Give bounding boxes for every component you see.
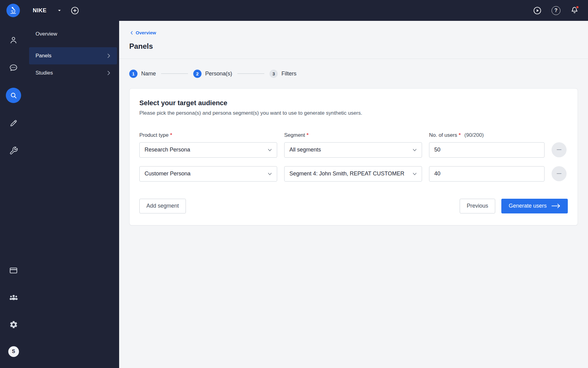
tools-wrench-icon[interactable] bbox=[0, 137, 27, 164]
microscope-icon bbox=[9, 6, 17, 14]
step-3-circle: 3 bbox=[270, 70, 278, 78]
target-audience-card: Select your target audience Please pick … bbox=[129, 88, 578, 225]
users-count-input[interactable] bbox=[429, 142, 545, 158]
chevron-right-icon bbox=[105, 70, 112, 76]
previous-button[interactable]: Previous bbox=[460, 199, 495, 213]
remove-row-button[interactable]: – bbox=[552, 142, 567, 157]
breadcrumb-label: Overview bbox=[136, 30, 156, 35]
breadcrumb-back-link[interactable]: Overview bbox=[129, 30, 156, 35]
settings-gear-icon[interactable] bbox=[0, 311, 27, 338]
users-quota: (90/200) bbox=[464, 132, 484, 138]
step-personas[interactable]: 2 Persona(s) bbox=[193, 70, 232, 78]
product-type-select[interactable]: Research Persona bbox=[139, 142, 277, 158]
workspace-chevron-down-icon[interactable] bbox=[56, 7, 62, 13]
card-subtitle: Please pick the persona(s) and persona s… bbox=[139, 110, 568, 116]
minus-icon: – bbox=[557, 145, 561, 153]
segment-select[interactable]: All segments bbox=[284, 142, 422, 158]
play-circle-icon[interactable] bbox=[533, 6, 542, 15]
chevron-down-icon bbox=[267, 147, 273, 153]
sidebar-item-overview[interactable]: Overview bbox=[29, 25, 117, 43]
minus-icon: – bbox=[557, 169, 561, 177]
rail-top-group bbox=[0, 21, 27, 164]
product-type-label: Product type * bbox=[139, 132, 277, 138]
topbar-left: NIKE bbox=[6, 4, 79, 17]
step-1-circle[interactable]: 1 bbox=[129, 70, 138, 78]
icon-rail: S bbox=[0, 21, 27, 368]
app-logo[interactable] bbox=[6, 4, 20, 17]
header-divider bbox=[119, 59, 588, 59]
sidebar: Overview Panels Studies bbox=[27, 21, 119, 368]
avatar-initial: S bbox=[8, 346, 19, 357]
card-actions: Add segment Previous Generate users bbox=[139, 199, 568, 213]
workspace-name[interactable]: NIKE bbox=[33, 7, 47, 14]
chat-bubble-icon[interactable] bbox=[0, 54, 27, 82]
help-icon[interactable]: ? bbox=[552, 6, 560, 15]
required-asterisk: * bbox=[459, 132, 461, 138]
segment-row: Research Persona All segments – bbox=[139, 142, 568, 158]
actions-right: Previous Generate users bbox=[460, 199, 568, 213]
sidebar-item-label: Overview bbox=[36, 31, 57, 37]
sidebar-item-studies[interactable]: Studies bbox=[29, 64, 117, 82]
page-title: Panels bbox=[129, 42, 578, 51]
card-title: Select your target audience bbox=[139, 99, 568, 107]
product-type-select[interactable]: Customer Persona bbox=[139, 166, 277, 182]
form-labels-row: Product type * Segment * No. of users * … bbox=[139, 132, 568, 138]
topbar: NIKE ? bbox=[0, 0, 588, 21]
arrow-right-icon bbox=[551, 203, 560, 209]
segment-label: Segment * bbox=[284, 132, 422, 138]
generate-users-label: Generate users bbox=[509, 203, 547, 209]
pen-icon[interactable] bbox=[0, 109, 27, 137]
step-name[interactable]: 1 Name bbox=[129, 70, 156, 78]
notification-dot bbox=[576, 6, 579, 9]
team-people-icon[interactable] bbox=[0, 284, 27, 311]
step-2-label: Persona(s) bbox=[205, 71, 232, 77]
notifications-bell-icon[interactable] bbox=[570, 6, 579, 15]
main-content: Overview Panels 1 Name 2 Persona(s) 3 Fi… bbox=[119, 21, 588, 368]
chevron-down-icon bbox=[412, 147, 418, 153]
step-filters: 3 Filters bbox=[270, 70, 296, 78]
topbar-right: ? bbox=[533, 6, 579, 15]
search-icon bbox=[6, 88, 21, 103]
step-connector bbox=[161, 73, 188, 74]
step-connector bbox=[237, 73, 264, 74]
research-search-nav-active[interactable] bbox=[0, 82, 27, 109]
sidebar-item-panels[interactable]: Panels bbox=[29, 47, 117, 64]
chevron-right-icon bbox=[105, 52, 112, 59]
stepper: 1 Name 2 Persona(s) 3 Filters bbox=[129, 70, 578, 78]
chevron-down-icon bbox=[267, 171, 273, 177]
chevron-down-icon bbox=[412, 171, 418, 177]
profile-person-icon[interactable] bbox=[0, 26, 27, 54]
sidebar-item-label: Panels bbox=[36, 53, 51, 59]
billing-card-icon[interactable] bbox=[0, 257, 27, 284]
chevron-left-icon bbox=[129, 30, 134, 35]
required-asterisk: * bbox=[307, 132, 309, 138]
segment-select[interactable]: Segment 4: John Smith, REPEAT CUSTOMER bbox=[284, 166, 422, 182]
step-1-label: Name bbox=[141, 71, 156, 77]
step-3-label: Filters bbox=[281, 71, 296, 77]
add-workspace-button[interactable] bbox=[70, 6, 79, 15]
required-asterisk: * bbox=[170, 132, 172, 138]
sidebar-item-label: Studies bbox=[36, 70, 53, 76]
add-segment-button[interactable]: Add segment bbox=[139, 199, 186, 213]
user-avatar[interactable]: S bbox=[0, 338, 27, 365]
users-count-input[interactable] bbox=[429, 166, 545, 182]
generate-users-button[interactable]: Generate users bbox=[501, 199, 568, 213]
segment-row: Customer Persona Segment 4: John Smith, … bbox=[139, 166, 568, 182]
rail-bottom-group: S bbox=[0, 257, 27, 368]
users-label: No. of users * (90/200) bbox=[429, 132, 545, 138]
step-2-circle[interactable]: 2 bbox=[193, 70, 202, 78]
remove-row-button[interactable]: – bbox=[552, 166, 567, 181]
